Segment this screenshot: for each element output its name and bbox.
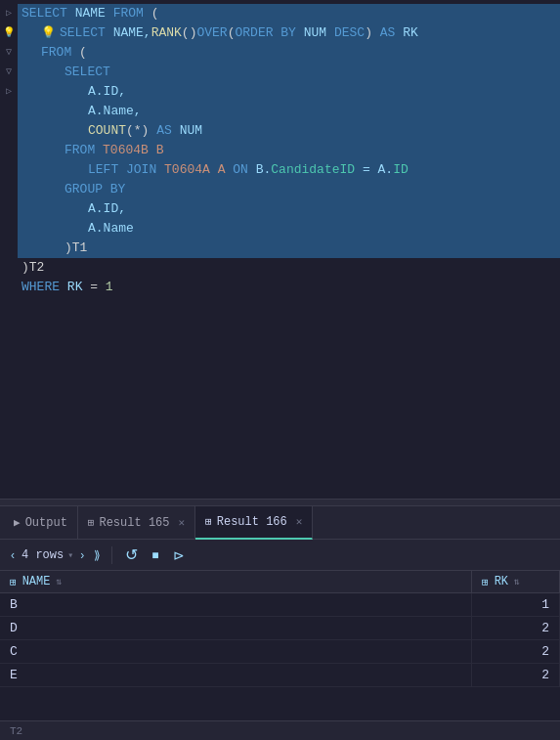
last-page-button[interactable]: ⟫: [91, 546, 104, 564]
code-content[interactable]: SELECT NAME FROM ( 💡SELECT NAME,RANK()OV…: [18, 0, 560, 499]
editor-area: ▷ 💡 ▽ ▽ ▷ SELECT NAME FROM ( 💡SELECT NAM…: [0, 0, 560, 499]
status-bar: T2: [0, 720, 560, 740]
cell-rk: 2: [472, 664, 560, 687]
tabs-bar: ▶ Output ⊞ Result 165 ✕ ⊞ Result 166 ✕: [0, 506, 560, 540]
code-line-5[interactable]: A.ID,: [18, 82, 560, 102]
result-table: ⊞ NAME ⇅ ⊞ RK ⇅ B1D2: [0, 571, 560, 720]
gutter-arrow-2: 💡: [0, 23, 18, 43]
table-header-row: ⊞ NAME ⇅ ⊞ RK ⇅: [0, 571, 560, 593]
gutter-arrow-10: ▽: [0, 63, 18, 82]
tab-result-166-label: Result 166: [217, 515, 287, 529]
tab-result-165-label: Result 165: [99, 516, 169, 530]
sort-icon-rk: ⇅: [514, 576, 520, 588]
bottom-panel: ▶ Output ⊞ Result 165 ✕ ⊞ Result 166 ✕ ‹…: [0, 506, 560, 740]
code-line-6[interactable]: A.Name,: [18, 102, 560, 121]
table-icon-rk: ⊞: [482, 576, 489, 588]
table-row: B1: [0, 593, 560, 617]
data-table: ⊞ NAME ⇅ ⊞ RK ⇅ B1D2: [0, 571, 560, 687]
sort-icon-name: ⇅: [56, 576, 62, 588]
next-page-button[interactable]: ›: [77, 546, 87, 564]
dropdown-arrow-icon: ▾: [67, 549, 73, 561]
rows-count-label: 4 rows: [22, 548, 64, 562]
table-body: B1D2C2E2: [0, 593, 560, 687]
code-line-3[interactable]: FROM (: [18, 43, 560, 63]
table-icon-165: ⊞: [88, 516, 95, 529]
code-line-12[interactable]: A.Name: [18, 219, 560, 239]
code-line-1[interactable]: SELECT NAME FROM (: [18, 4, 560, 23]
code-line-14[interactable]: )T2: [18, 258, 560, 278]
code-line-11[interactable]: A.ID,: [18, 199, 560, 219]
tab-result-165[interactable]: ⊞ Result 165 ✕: [78, 506, 195, 540]
pin-button[interactable]: ⊳: [168, 545, 190, 565]
cell-name: C: [0, 640, 472, 664]
col-header-name[interactable]: ⊞ NAME ⇅: [0, 571, 472, 593]
tab-output[interactable]: ▶ Output: [4, 506, 78, 540]
col-rk-label: RK: [495, 575, 508, 588]
col-name-label: NAME: [22, 575, 51, 588]
gutter-arrow-1: ▷: [0, 4, 18, 23]
output-icon: ▶: [14, 516, 21, 529]
cell-rk: 2: [472, 617, 560, 640]
table-icon-166: ⊞: [205, 515, 212, 528]
tab-close-166[interactable]: ✕: [296, 515, 303, 528]
code-line-10[interactable]: GROUP BY: [18, 180, 560, 199]
table-icon-name: ⊞: [10, 576, 17, 588]
gutter-arrow-4: ▽: [0, 43, 18, 63]
code-line-15[interactable]: WHERE RK = 1: [18, 278, 560, 297]
rows-selector: 4 rows ▾: [22, 548, 73, 562]
code-line-8[interactable]: FROM T0604B B: [18, 141, 560, 160]
cell-rk: 1: [472, 593, 560, 617]
status-text: T2: [10, 725, 22, 737]
kw-select-1: SELECT: [22, 4, 67, 23]
cell-name: D: [0, 617, 472, 640]
tab-output-label: Output: [25, 516, 67, 530]
gutter: ▷ 💡 ▽ ▽ ▷: [0, 0, 18, 499]
table-row: E2: [0, 664, 560, 687]
code-line-7[interactable]: COUNT(*) AS NUM: [18, 121, 560, 141]
gutter-arrow-14: ▷: [0, 82, 18, 102]
cell-name: E: [0, 664, 472, 687]
code-line-9[interactable]: LEFT JOIN T0604A A ON B.CandidateID = A.…: [18, 160, 560, 180]
code-line-4[interactable]: SELECT: [18, 63, 560, 82]
code-line-2[interactable]: 💡SELECT NAME,RANK()OVER(ORDER BY NUM DES…: [18, 23, 560, 43]
stop-button[interactable]: ■: [147, 546, 163, 564]
result-toolbar: ‹ 4 rows ▾ › ⟫ ↺ ■ ⊳: [0, 540, 560, 571]
refresh-button[interactable]: ↺: [120, 544, 143, 566]
table-row: D2: [0, 617, 560, 640]
cell-rk: 2: [472, 640, 560, 664]
col-header-rk[interactable]: ⊞ RK ⇅: [472, 571, 560, 593]
prev-page-button[interactable]: ‹: [8, 546, 18, 564]
table-row: C2: [0, 640, 560, 664]
code-line-13[interactable]: )T1: [18, 239, 560, 258]
tab-close-165[interactable]: ✕: [178, 516, 185, 529]
bulb-icon: 💡: [41, 23, 56, 43]
toolbar-separator-1: [111, 546, 112, 564]
cell-name: B: [0, 593, 472, 617]
tab-result-166[interactable]: ⊞ Result 166 ✕: [195, 506, 313, 540]
